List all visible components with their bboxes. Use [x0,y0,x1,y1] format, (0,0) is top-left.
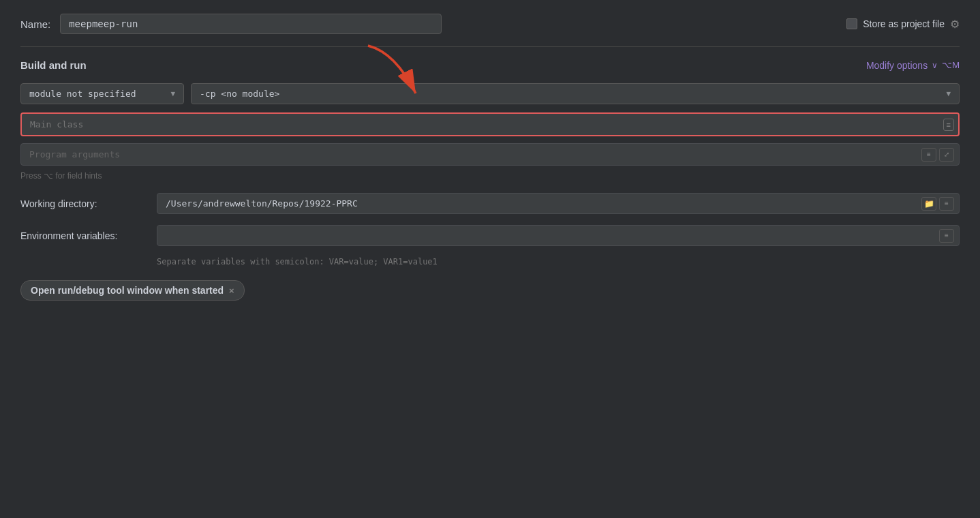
program-arguments-input[interactable] [20,143,960,166]
section-title: Build and run [20,59,87,71]
module-dropdown-value: module not specified [29,89,136,99]
cp-dropdown-value: -cp <no module> [200,89,279,99]
env-vars-input[interactable] [157,225,960,246]
run-debug-tag-content: Open run/debug tool window when started … [20,280,245,301]
main-class-input[interactable] [20,112,960,136]
divider [20,46,960,47]
name-section: Name: [20,14,442,34]
modify-options-button[interactable]: Modify options ∨ ⌥M [866,60,960,71]
prog-args-expand-icon[interactable]: ⤢ [939,148,954,162]
main-class-list-icon[interactable]: ≡ [943,119,954,131]
working-dir-input-wrap: 📁 ≡ [157,193,960,214]
prog-args-icons: ≡ ⤢ [921,148,954,162]
run-debug-tag-close[interactable]: × [229,286,234,296]
working-dir-folder-icon[interactable]: 📁 [921,197,936,211]
header-row: Name: Store as project file ⚙ [20,14,960,34]
env-vars-label: Environment variables: [20,230,157,241]
name-input[interactable] [60,14,442,34]
prog-args-list-icon[interactable]: ≡ [921,148,936,162]
chevron-down-icon: ∨ [932,61,938,70]
dropdowns-row: module not specified ▼ -cp <no module> ▼ [20,83,960,104]
working-directory-row: Working directory: 📁 ≡ [20,193,960,214]
store-label: Store as project file [863,18,945,29]
working-dir-list-icon[interactable]: ≡ [939,197,954,211]
main-class-row: ≡ [20,112,960,136]
env-vars-hint: Separate variables with semicolon: VAR=v… [157,257,960,266]
run-debug-tag: Open run/debug tool window when started … [20,280,960,301]
module-dropdown[interactable]: module not specified ▼ [20,83,184,104]
modify-options-shortcut: ⌥M [942,60,960,70]
env-vars-input-wrap: ≡ [157,225,960,246]
name-label: Name: [20,18,50,30]
working-dir-label: Working directory: [20,198,157,209]
cp-dropdown[interactable]: -cp <no module> ▼ [191,83,960,104]
section-header: Build and run Modify options ∨ ⌥M [20,59,960,71]
cp-dropdown-arrow: ▼ [946,89,951,98]
working-dir-icons: 📁 ≡ [921,197,954,211]
field-hint: Press ⌥ for field hints [20,171,960,181]
working-dir-input[interactable] [157,193,960,214]
store-checkbox[interactable] [846,18,857,29]
modify-options-label: Modify options [866,60,928,71]
env-vars-icons: ≡ [939,229,954,243]
program-arguments-row: ≡ ⤢ [20,143,960,166]
store-section: Store as project file ⚙ [846,18,960,31]
env-vars-row: Environment variables: ≡ [20,225,960,246]
env-vars-list-icon[interactable]: ≡ [939,229,954,243]
run-debug-tag-label: Open run/debug tool window when started [31,285,224,296]
gear-icon[interactable]: ⚙ [950,18,960,31]
module-dropdown-arrow: ▼ [170,89,175,98]
